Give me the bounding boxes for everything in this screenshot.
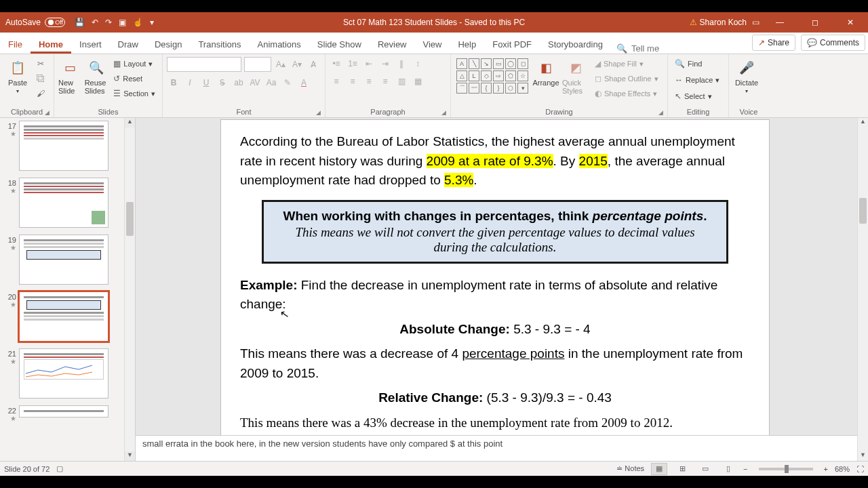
reset-button[interactable]: ↺Reset [111, 72, 158, 85]
close-button[interactable]: ✕ [835, 12, 865, 33]
touch-icon[interactable]: ☝ [133, 18, 143, 27]
thumbnail-slide-19[interactable]: 19★ [3, 235, 135, 285]
select-button[interactable]: ↖Select ▾ [672, 89, 715, 103]
indent-inc-button[interactable]: ⇥ [378, 57, 392, 70]
tab-insert[interactable]: Insert [71, 35, 110, 54]
notes-pane[interactable]: small errata in the book here, in the ne… [136, 435, 857, 461]
shadow-button[interactable]: ab [232, 76, 245, 89]
quick-styles-button[interactable]: ◩Quick Styles [562, 57, 589, 96]
section-button[interactable]: ☰Section ▾ [111, 87, 158, 100]
columns-button[interactable]: ▥ [395, 75, 408, 88]
bullets-button[interactable]: •≡ [330, 57, 343, 70]
share-button[interactable]: ↗Share [752, 35, 795, 51]
thumbnail-slide-22[interactable]: 22★ [3, 405, 135, 422]
qat-more-icon[interactable]: ▾ [150, 18, 154, 27]
numbering-button[interactable]: 1≡ [346, 57, 359, 70]
maximize-button[interactable]: ◻ [800, 12, 830, 33]
find-button[interactable]: 🔍Find [672, 57, 705, 70]
cut-button[interactable]: ✂ [34, 57, 47, 70]
thumbnail-slide-18[interactable]: 18★ [3, 178, 135, 228]
undo-icon[interactable]: ↶ [92, 18, 98, 27]
save-icon[interactable]: 💾 [75, 18, 85, 27]
user-badge[interactable]: ⚠ Sharon Koch [690, 18, 747, 27]
autosave-toggle[interactable]: Off [45, 18, 65, 27]
fit-window-button[interactable]: ⛶ [856, 465, 864, 473]
tab-help[interactable]: Help [450, 35, 484, 54]
slideshow-view-button[interactable]: ▯ [720, 463, 736, 475]
present-icon[interactable]: ▣ [119, 18, 126, 27]
thumbnail-slide-17[interactable]: 17★ [3, 121, 135, 171]
shape-fill-button[interactable]: ◢Shape Fill ▾ [592, 57, 661, 70]
decrease-font-button[interactable]: A▾ [290, 58, 304, 71]
tab-draw[interactable]: Draw [110, 35, 146, 54]
strike-button[interactable]: S̶ [216, 76, 229, 89]
justify-button[interactable]: ≡ [378, 75, 392, 88]
underline-button[interactable]: U [199, 76, 213, 89]
thumbnail-slide-20[interactable]: 20★ [3, 291, 135, 342]
sorter-view-button[interactable]: ⊞ [674, 463, 690, 475]
thumbnail-scrollbar[interactable]: ▲ ▼ [124, 118, 135, 461]
tab-foxit[interactable]: Foxit PDF [484, 35, 540, 54]
format-painter-button[interactable]: 🖌 [34, 87, 47, 100]
zoom-level[interactable]: 68% [835, 465, 850, 473]
paste-button[interactable]: 📋Paste▾ [4, 57, 31, 96]
tab-design[interactable]: Design [146, 35, 190, 54]
reuse-slides-button[interactable]: 🔍Reuse Slides [85, 57, 108, 96]
ribbon-display-icon[interactable]: ▭ [752, 18, 760, 27]
comments-button[interactable]: 💬Comments [801, 35, 865, 51]
redo-icon[interactable]: ↷ [105, 18, 112, 27]
highlight-button[interactable]: ✎ [281, 76, 294, 89]
scroll-up-icon[interactable]: ▲ [125, 118, 135, 127]
accessibility-icon[interactable]: ▢ [56, 464, 63, 473]
font-name-input[interactable] [167, 57, 241, 72]
notes-toggle[interactable]: ≐ Notes [616, 464, 644, 473]
dialog-launcher-icon[interactable]: ◢ [441, 109, 446, 116]
indent-dec-button[interactable]: ⇤ [362, 57, 376, 70]
align-center-button[interactable]: ≡ [346, 75, 359, 88]
shape-effects-button[interactable]: ◐Shape Effects ▾ [592, 87, 661, 100]
dialog-launcher-icon[interactable]: ◢ [658, 109, 663, 116]
tab-animations[interactable]: Animations [250, 35, 309, 54]
dictate-button[interactable]: 🎤Dictate▾ [733, 57, 760, 96]
zoom-out-button[interactable]: − [743, 465, 747, 473]
tab-file[interactable]: File [0, 35, 31, 54]
scroll-up-icon[interactable]: ▲ [858, 118, 868, 127]
tab-slideshow[interactable]: Slide Show [309, 35, 370, 54]
layout-button[interactable]: ▦Layout ▾ [111, 57, 158, 70]
text-direction-button[interactable]: ↕ [411, 57, 425, 70]
thumbnail-slide-21[interactable]: 21★ [3, 348, 135, 399]
replace-button[interactable]: ↔Replace ▾ [672, 73, 722, 87]
slide-counter[interactable]: Slide 20 of 72 [4, 465, 50, 473]
align-left-button[interactable]: ≡ [330, 75, 343, 88]
editor-scrollbar[interactable]: ▲ ▼ [857, 118, 868, 461]
smartart-button[interactable]: ▦ [411, 75, 425, 88]
minimize-button[interactable]: — [765, 12, 795, 33]
new-slide-button[interactable]: ▭New Slide [58, 57, 82, 96]
copy-button[interactable]: ⿻ [34, 72, 47, 85]
zoom-in-button[interactable]: + [824, 465, 828, 473]
zoom-slider[interactable] [759, 468, 813, 470]
tell-me-search[interactable]: 🔍Tell me [616, 43, 659, 54]
bold-button[interactable]: B [167, 76, 180, 89]
notes-text[interactable]: small errata in the book here, in the ne… [142, 439, 502, 449]
font-color-button[interactable]: A [297, 76, 311, 89]
increase-font-button[interactable]: A▴ [274, 58, 288, 71]
shape-gallery[interactable]: A╲↘▭◯◻ △L◇⇨⬠☆ ⌒〰{}⬡▾ [455, 57, 530, 95]
shape-outline-button[interactable]: ◻Shape Outline ▾ [592, 72, 661, 85]
slide-editor[interactable]: According to the Bureau of Labor Statist… [136, 118, 868, 461]
dialog-launcher-icon[interactable]: ◢ [45, 109, 50, 116]
italic-button[interactable]: I [183, 76, 197, 89]
tab-view[interactable]: View [415, 35, 450, 54]
reading-view-button[interactable]: ▭ [697, 463, 713, 475]
slide-canvas[interactable]: According to the Bureau of Labor Statist… [220, 119, 770, 449]
arrange-button[interactable]: ◧Arrange [532, 57, 559, 88]
spacing-button[interactable]: AV [248, 76, 262, 89]
clear-format-button[interactable]: A̷ [307, 58, 320, 71]
case-button[interactable]: Aa [264, 76, 278, 89]
line-spacing-button[interactable]: ‖ [395, 57, 408, 70]
dialog-launcher-icon[interactable]: ◢ [316, 109, 321, 116]
tab-review[interactable]: Review [370, 35, 415, 54]
tab-transitions[interactable]: Transitions [190, 35, 249, 54]
tab-home[interactable]: Home [31, 35, 71, 54]
tab-storyboarding[interactable]: Storyboarding [540, 35, 611, 54]
